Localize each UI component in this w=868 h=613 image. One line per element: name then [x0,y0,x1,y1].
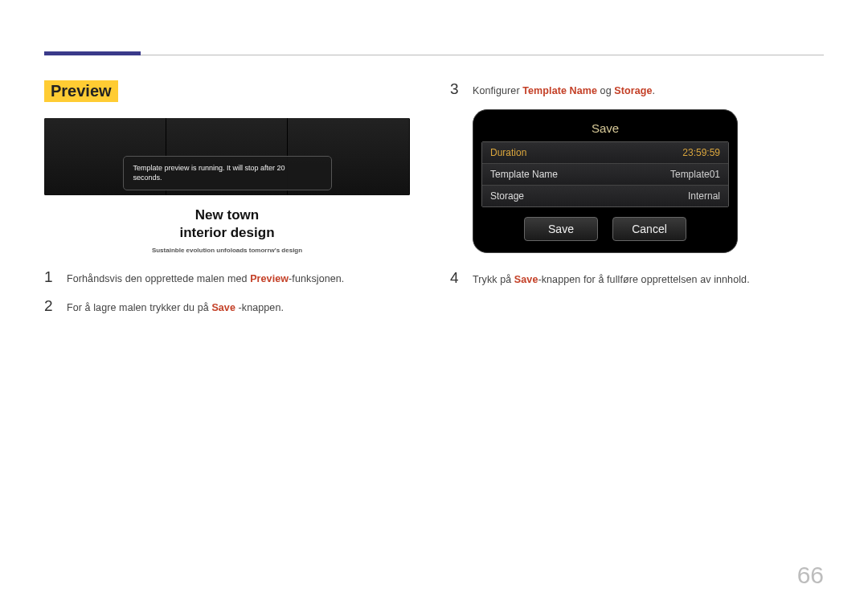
save-dialog-figure: Save Duration 23:59:59 Template Name Tem… [473,109,738,253]
text: For å lagre malen trykker du på [67,302,211,313]
save-button-row: Save Cancel [481,217,729,241]
caption-subline: Sustainble evolution unfoloads tomorrw's… [44,247,410,254]
left-steps: 1 Forhåndsvis den opprettede malen med P… [44,268,410,315]
keyword-storage: Storage [614,85,652,96]
step-text: Konfigurer Template Name og Storage. [473,85,655,96]
row-value: 23:59:59 [682,147,720,158]
row-value: Template01 [670,169,720,180]
preview-thumbnail-row: Template preview is running. It will sto… [44,118,410,195]
preview-figure: Template preview is running. It will sto… [44,118,410,254]
save-button[interactable]: Save [524,217,598,241]
step-2: 2 For å lagre malen trykker du på Save -… [44,297,410,315]
save-rows: Duration 23:59:59 Template Name Template… [481,141,729,207]
text: . [653,85,656,96]
text: -knappen for å fullføre opprettelsen av … [538,274,749,285]
step-3: 3 Konfigurer Template Name og Storage. [450,80,816,98]
text: Forhåndsvis den opprettede malen med [67,273,250,284]
step-number: 3 [450,80,461,98]
caption-line: New town [44,206,410,224]
page-number: 66 [797,562,824,589]
right-column: 3 Konfigurer Template Name og Storage. S… [450,80,816,326]
step-text: Trykk på Save-knappen for å fullføre opp… [473,274,750,285]
step-text: Forhåndsvis den opprettede malen med Pre… [67,273,344,284]
keyword-save: Save [514,274,538,285]
cancel-button[interactable]: Cancel [612,217,686,241]
page-content: Preview Template preview is running. It … [44,80,824,326]
row-label: Template Name [490,169,558,180]
save-dialog-title: Save [481,118,729,141]
row-label: Duration [490,147,526,158]
left-column: Preview Template preview is running. It … [44,80,410,326]
text: -funksjonen. [289,273,344,284]
step-number: 2 [44,297,55,315]
caption-line: interior design [44,224,410,242]
step-4: 4 Trykk på Save-knappen for å fullføre o… [450,269,816,287]
section-heading-preview: Preview [44,80,118,102]
save-row-duration[interactable]: Duration 23:59:59 [482,142,728,164]
top-horizontal-rule [44,55,824,55]
keyword-template-name: Template Name [522,85,597,96]
step-number: 4 [450,269,461,287]
text: -knappen. [235,302,284,313]
text: og [597,85,614,96]
step-text: For å lagre malen trykker du på Save -kn… [67,302,284,313]
top-accent-bar [44,51,141,55]
keyword-save: Save [211,302,235,313]
preview-popup-message: Template preview is running. It will sto… [123,156,332,190]
text: Trykk på [473,274,514,285]
row-value: Internal [688,190,720,202]
step-number: 1 [44,268,55,286]
save-row-template-name[interactable]: Template Name Template01 [482,164,728,186]
row-label: Storage [490,190,524,202]
preview-caption: New town interior design Sustainble evol… [44,206,410,254]
keyword-preview: Preview [250,273,289,284]
step-1: 1 Forhåndsvis den opprettede malen med P… [44,268,410,286]
right-steps: 4 Trykk på Save-knappen for å fullføre o… [450,269,816,287]
save-row-storage[interactable]: Storage Internal [482,186,728,206]
text: Konfigurer [473,85,522,96]
